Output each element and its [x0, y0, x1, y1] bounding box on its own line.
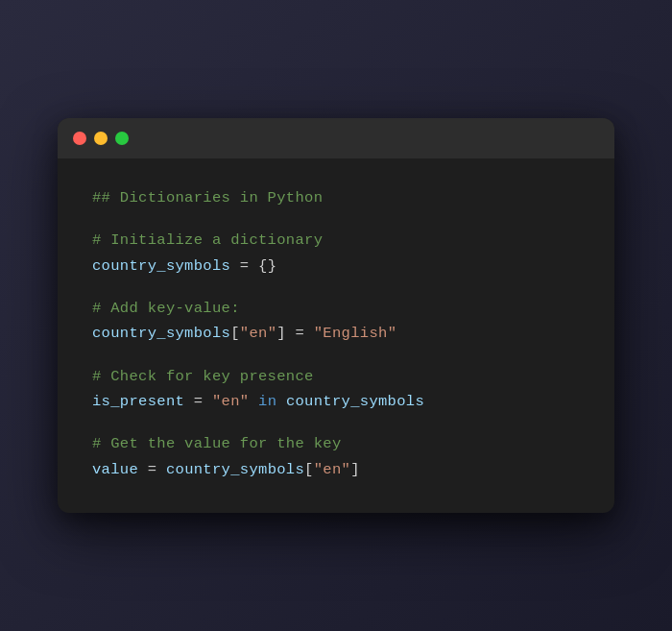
- minimize-button[interactable]: [94, 132, 108, 145]
- comment4-text: # Get the value for the key: [92, 435, 342, 452]
- comment1-text: # Initialize a dictionary: [92, 231, 323, 249]
- line2-bracket1: [: [230, 325, 240, 342]
- line1-var: country_symbols: [92, 257, 230, 275]
- code-window: ## Dictionaries in Python # Initialize a…: [58, 118, 614, 513]
- line3-string: "en": [212, 393, 249, 410]
- line3: is_present = "en" in country_symbols: [92, 389, 580, 414]
- heading-text: ## Dictionaries in Python: [92, 189, 323, 206]
- line4: value = country_symbols["en"]: [92, 457, 580, 482]
- line4-bracket1: [: [304, 461, 314, 478]
- line1-op: = {}: [230, 257, 276, 275]
- line2-string1: "en": [240, 325, 276, 342]
- title-bar: [58, 118, 614, 158]
- comment2-line: # Add key-value:: [92, 296, 580, 321]
- line1: country_symbols = {}: [92, 254, 580, 279]
- comment4-line: # Get the value for the key: [92, 431, 580, 456]
- comment3-line: # Check for key presence: [92, 364, 580, 389]
- line4-var2: country_symbols: [166, 461, 304, 478]
- comment1-line: # Initialize a dictionary: [92, 228, 580, 253]
- maximize-button[interactable]: [115, 132, 129, 145]
- line2-bracket2: ]: [276, 325, 286, 342]
- line3-var1: is_present: [92, 393, 184, 410]
- line3-var2: country_symbols: [286, 393, 424, 410]
- heading-line: ## Dictionaries in Python: [92, 185, 580, 210]
- line2-string2: "English": [314, 325, 397, 342]
- close-button[interactable]: [73, 132, 86, 145]
- line2-var: country_symbols: [92, 325, 230, 342]
- comment3-text: # Check for key presence: [92, 368, 314, 385]
- line2-op: =: [286, 325, 314, 342]
- line4-op: =: [138, 461, 166, 478]
- line4-var1: value: [92, 461, 138, 478]
- line2: country_symbols["en"] = "English": [92, 321, 580, 346]
- line3-keyword: in: [249, 393, 285, 410]
- line4-string: "en": [314, 461, 350, 478]
- line3-op: =: [184, 393, 212, 410]
- code-body: ## Dictionaries in Python # Initialize a…: [58, 158, 614, 513]
- line4-bracket2: ]: [350, 461, 360, 478]
- comment2-text: # Add key-value:: [92, 300, 240, 317]
